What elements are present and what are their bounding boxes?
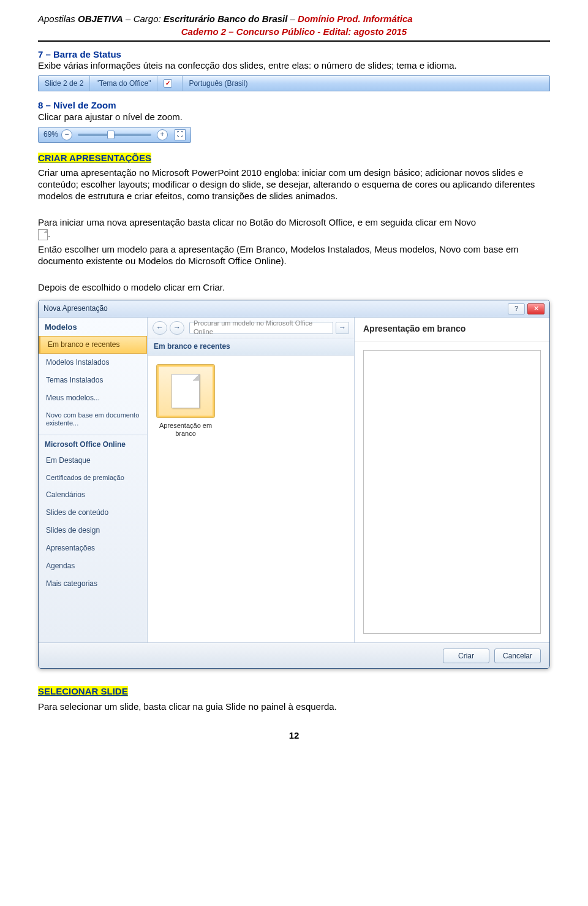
- dialog-title: Nova Apresentação: [43, 304, 108, 313]
- criar-p2: Para iniciar uma nova apresentação basta…: [38, 217, 550, 240]
- sidebar-item-calendars[interactable]: Calendários: [39, 486, 147, 504]
- statusbar-theme: "Tema do Office": [90, 76, 157, 91]
- template-thumb-icon: [156, 364, 215, 418]
- search-go-button[interactable]: →: [336, 322, 349, 334]
- preview-header: Apresentação em branco: [355, 318, 549, 341]
- sidebar-item-from-existing[interactable]: Novo com base em documento existente...: [39, 407, 147, 432]
- doc-header-line1: Apostilas OBJETIVA – Cargo: Escriturário…: [38, 13, 550, 25]
- section-8-body: Clicar para ajustar o nível de zoom.: [38, 112, 550, 123]
- statusbar-figure: Slide 2 de 2 "Tema do Office" ✓ Portuguê…: [38, 75, 550, 91]
- sidebar-item-installed-templates[interactable]: Modelos Instalados: [39, 354, 147, 371]
- selecionar-body: Para selecionar um slide, basta clicar n…: [38, 701, 550, 713]
- sidebar-header: Modelos: [39, 318, 147, 336]
- criar-p3: Então escolher um modelo para a apresent…: [38, 244, 550, 267]
- criar-heading: CRIAR APRESENTAÇÕES: [38, 153, 151, 163]
- selecionar-heading: SELECIONAR SLIDE: [38, 686, 128, 696]
- header-rule: [38, 40, 550, 42]
- middle-header: Em branco e recentes: [148, 338, 354, 356]
- zoom-minus-icon: −: [61, 129, 72, 140]
- sidebar-item-featured[interactable]: Em Destaque: [39, 452, 147, 470]
- template-thumb-label: Apresentação em branco: [156, 422, 215, 438]
- section-7-title: 7 – Barra de Status: [38, 49, 550, 61]
- spellcheck-icon: ✓: [164, 79, 172, 88]
- cancel-button[interactable]: Cancelar: [494, 649, 541, 663]
- criar-p1: Criar uma apresentação no Microsoft Powe…: [38, 167, 550, 202]
- sidebar-item-more-categories[interactable]: Mais categorias: [39, 575, 147, 593]
- zoombar-figure: 69% − + ⛶: [38, 127, 191, 143]
- zoom-track: [78, 134, 151, 136]
- sidebar-item-certificates[interactable]: Certificados de premiação: [39, 470, 147, 486]
- zoom-percent: 69%: [43, 130, 58, 139]
- doc-header-line2: Caderno 2 – Concurso Público - Edital: a…: [38, 26, 550, 38]
- section-7-body: Exibe várias informações úteis na confec…: [38, 60, 550, 72]
- sidebar-item-blank-recent[interactable]: Em branco e recentes: [39, 336, 147, 354]
- preview-canvas: [363, 350, 541, 634]
- sidebar-item-presentations[interactable]: Apresentações: [39, 539, 147, 557]
- create-button[interactable]: Criar: [443, 649, 489, 663]
- nav-forward-button[interactable]: →: [170, 321, 184, 335]
- page-number: 12: [38, 730, 550, 742]
- search-input[interactable]: Procurar um modelo no Microsoft Office O…: [189, 322, 333, 334]
- sidebar-item-my-templates[interactable]: Meus modelos...: [39, 389, 147, 407]
- sidebar-item-content-slides[interactable]: Slides de conteúdo: [39, 504, 147, 522]
- close-button[interactable]: ✕: [527, 303, 545, 314]
- zoom-thumb: [107, 131, 115, 139]
- section-8-title: 8 – Nível de Zoom: [38, 100, 550, 112]
- dialog-titlebar: Nova Apresentação ? ✕: [39, 300, 549, 318]
- document-icon: [38, 229, 48, 240]
- dialog-middle-pane: ← → Procurar um modelo no Microsoft Offi…: [148, 318, 355, 642]
- dialog-preview-pane: Apresentação em branco: [355, 318, 549, 642]
- statusbar-slide: Slide 2 de 2: [39, 76, 90, 91]
- sidebar-item-installed-themes[interactable]: Temas Instalados: [39, 371, 147, 389]
- statusbar-spellcheck: ✓: [157, 76, 183, 91]
- sidebar-subheader: Microsoft Office Online: [39, 435, 147, 452]
- criar-p4: Depois de escolhido o modelo clicar em C…: [38, 282, 550, 294]
- nav-back-button[interactable]: ←: [153, 321, 167, 335]
- zoom-plus-icon: +: [157, 129, 168, 140]
- sidebar-item-agendas[interactable]: Agendas: [39, 557, 147, 575]
- template-thumb-blank[interactable]: Apresentação em branco: [156, 364, 215, 438]
- dialog-sidebar: Modelos Em branco e recentes Modelos Ins…: [39, 318, 148, 642]
- zoom-fit-icon: ⛶: [175, 129, 186, 140]
- sidebar-item-design-slides[interactable]: Slides de design: [39, 522, 147, 539]
- statusbar-lang: Português (Brasil): [183, 76, 549, 91]
- help-button[interactable]: ?: [508, 303, 525, 314]
- new-presentation-dialog: Nova Apresentação ? ✕ Modelos Em branco …: [38, 300, 550, 669]
